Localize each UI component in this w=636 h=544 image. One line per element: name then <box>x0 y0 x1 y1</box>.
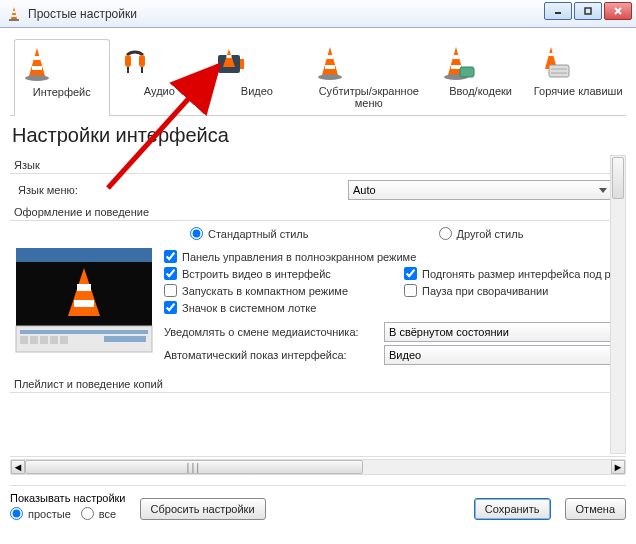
dropdown-value: Auto <box>353 184 376 196</box>
tab-video[interactable]: Видео <box>209 38 305 115</box>
compact-mode-check[interactable]: Запускать в компактном режиме <box>164 284 374 297</box>
divider <box>10 220 612 221</box>
video-icon <box>212 43 302 83</box>
svg-rect-4 <box>125 55 131 67</box>
tab-label: Видео <box>212 85 302 97</box>
radio-label: простые <box>28 508 71 520</box>
radio-label: все <box>99 508 116 520</box>
style-other-radio[interactable]: Другой стиль <box>439 227 524 240</box>
svg-rect-18 <box>20 336 28 344</box>
horizontal-scrollbar[interactable]: ◄ ||| ► <box>10 459 626 475</box>
show-settings-label: Показывать настройки <box>10 492 126 504</box>
close-button[interactable] <box>604 2 632 20</box>
pause-minimize-check[interactable]: Пауза при сворачивании <box>404 284 614 297</box>
reset-button[interactable]: Сбросить настройки <box>140 498 266 520</box>
cancel-button[interactable]: Отмена <box>565 498 626 520</box>
notify-label: Уведомлять о смене медиаисточника: <box>164 326 384 338</box>
tab-audio[interactable]: Аудио <box>112 38 208 115</box>
auto-show-dropdown[interactable]: Видео <box>384 345 626 365</box>
svg-point-8 <box>318 74 342 80</box>
tray-icon-check[interactable]: Значок в системном лотке <box>164 301 374 314</box>
tab-subtitles[interactable]: Субтитры/экранное меню <box>307 38 431 115</box>
menu-language-dropdown[interactable]: Auto <box>348 180 612 200</box>
subtitles-icon <box>310 43 428 83</box>
svg-rect-17 <box>20 330 148 334</box>
input-icon <box>436 43 526 83</box>
audio-icon <box>115 43 205 83</box>
fullscreen-controls-check[interactable]: Панель управления в полноэкранном режиме <box>164 250 416 263</box>
svg-point-3 <box>25 75 49 81</box>
check-label: Подгонять размер интерфейса под разм <box>422 268 626 280</box>
svg-rect-5 <box>139 55 145 67</box>
svg-rect-7 <box>240 59 244 69</box>
tab-label: Интерфейс <box>17 86 107 98</box>
tab-hotkeys[interactable]: Горячие клавиши <box>530 38 626 115</box>
category-tabs: Интерфейс Аудио Видео Субтитры/экранное … <box>10 34 626 116</box>
show-all-radio[interactable]: все <box>81 507 116 520</box>
divider <box>10 485 626 486</box>
svg-rect-0 <box>9 19 19 21</box>
check-label: Пауза при сворачивании <box>422 285 548 297</box>
divider <box>10 392 612 393</box>
auto-show-label: Автоматический показ интерфейса: <box>164 349 384 361</box>
settings-panel: Язык Язык меню: Auto Оформление и поведе… <box>10 153 626 457</box>
vertical-scrollbar[interactable] <box>610 155 626 454</box>
interface-icon <box>17 44 107 84</box>
chevron-down-icon <box>599 188 607 193</box>
svg-rect-2 <box>585 8 591 14</box>
dropdown-value: Видео <box>389 349 421 361</box>
minimize-button[interactable] <box>544 2 572 20</box>
svg-rect-22 <box>60 336 68 344</box>
scroll-left-icon[interactable]: ◄ <box>11 460 25 474</box>
check-label: Значок в системном лотке <box>182 302 316 314</box>
hotkeys-icon <box>533 43 623 83</box>
fit-size-check[interactable]: Подгонять размер интерфейса под разм <box>404 267 626 280</box>
title-bar: Простые настройки <box>0 0 636 28</box>
style-standard-radio[interactable]: Стандартный стиль <box>190 227 309 240</box>
svg-rect-10 <box>460 67 474 77</box>
svg-rect-11 <box>549 65 569 77</box>
notify-dropdown[interactable]: В свёрнутом состоянии <box>384 322 626 342</box>
group-playlist: Плейлист и поведение копий <box>14 378 612 390</box>
svg-rect-14 <box>16 248 152 262</box>
svg-rect-20 <box>40 336 48 344</box>
check-label: Запускать в компактном режиме <box>182 285 348 297</box>
tab-label: Субтитры/экранное меню <box>310 85 428 109</box>
group-language: Язык <box>14 159 612 171</box>
tab-label: Аудио <box>115 85 205 97</box>
tab-interface[interactable]: Интерфейс <box>14 39 110 116</box>
embed-video-check[interactable]: Встроить видео в интерфейс <box>164 267 374 280</box>
window-title: Простые настройки <box>28 7 137 21</box>
radio-label: Стандартный стиль <box>208 228 309 240</box>
style-preview <box>14 246 154 354</box>
divider <box>10 173 612 174</box>
svg-rect-19 <box>30 336 38 344</box>
show-simple-radio[interactable]: простые <box>10 507 71 520</box>
check-label: Панель управления в полноэкранном режиме <box>182 251 416 263</box>
vlc-icon <box>6 6 22 22</box>
group-appearance: Оформление и поведение <box>14 206 612 218</box>
check-label: Встроить видео в интерфейс <box>182 268 331 280</box>
save-button[interactable]: Сохранить <box>474 498 551 520</box>
tab-input[interactable]: Ввод/кодеки <box>433 38 529 115</box>
show-settings-group: Показывать настройки простые все <box>10 492 126 520</box>
tab-label: Горячие клавиши <box>533 85 623 97</box>
page-title: Настройки интерфейса <box>12 124 626 147</box>
menu-language-label: Язык меню: <box>18 184 348 196</box>
tab-label: Ввод/кодеки <box>436 85 526 97</box>
svg-rect-23 <box>104 336 146 342</box>
radio-label: Другой стиль <box>457 228 524 240</box>
scroll-right-icon[interactable]: ► <box>611 460 625 474</box>
dropdown-value: В свёрнутом состоянии <box>389 326 509 338</box>
scrollbar-thumb[interactable]: ||| <box>25 460 363 474</box>
svg-rect-21 <box>50 336 58 344</box>
maximize-button[interactable] <box>574 2 602 20</box>
